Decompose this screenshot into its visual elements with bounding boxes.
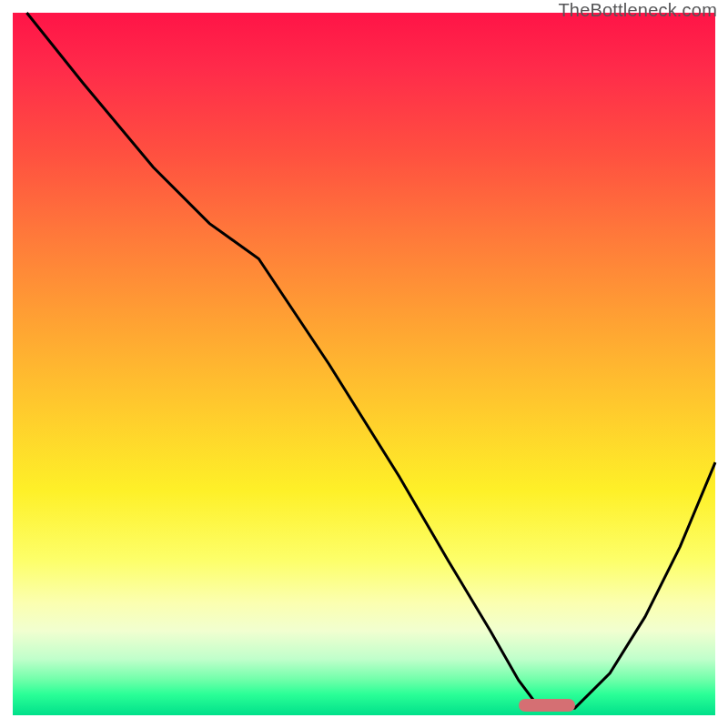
optimum-marker — [519, 699, 575, 712]
curve-path — [26, 13, 715, 708]
chart-frame: TheBottleneck.com — [0, 0, 728, 728]
bottleneck-curve — [13, 13, 715, 715]
